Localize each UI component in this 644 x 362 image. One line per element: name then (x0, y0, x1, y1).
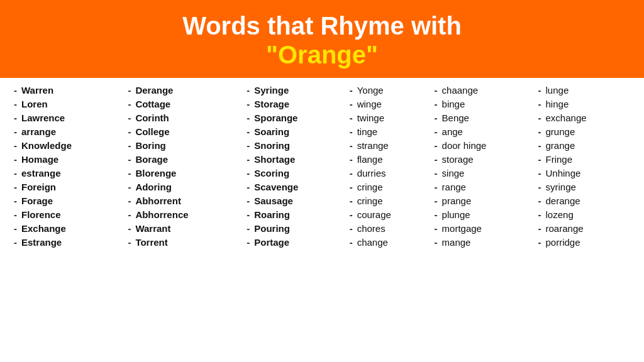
word-cell: Boring (133, 138, 244, 152)
word-cell: Loren (19, 97, 125, 111)
word-cell: binge (440, 97, 536, 111)
dash: - (347, 111, 355, 124)
word-cell: hinge (543, 97, 633, 111)
table-row: -Exchange-Warrant-Pouring-chores-mortgag… (11, 221, 633, 235)
dash: - (347, 138, 355, 152)
dash: - (536, 166, 543, 180)
dash: - (244, 124, 252, 138)
dash: - (244, 138, 252, 152)
dash: - (11, 138, 19, 152)
dash: - (125, 83, 133, 97)
dash: - (244, 180, 252, 194)
dash: - (125, 97, 133, 111)
dash: - (536, 194, 543, 207)
dash: - (432, 221, 440, 235)
dash: - (125, 221, 133, 235)
word-cell: tinge (355, 124, 432, 138)
word-cell: twinge (355, 111, 432, 124)
word-cell: Syringe (252, 83, 347, 97)
word-cell: Sporange (252, 111, 347, 124)
dash: - (244, 97, 252, 111)
dash: - (11, 152, 19, 166)
dash: - (11, 83, 19, 97)
word-cell: ange (440, 124, 536, 138)
dash: - (536, 111, 543, 124)
word-cell: syringe (543, 180, 633, 194)
dash: - (244, 111, 252, 124)
dash: - (432, 83, 440, 97)
word-cell: porridge (543, 235, 633, 249)
word-cell: Borage (133, 152, 244, 166)
dash: - (244, 235, 252, 249)
dash: - (11, 111, 19, 124)
word-cell: Storage (252, 97, 347, 111)
dash: - (11, 97, 19, 111)
dash: - (432, 124, 440, 138)
table-row: -Lawrence-Corinth-Sporange-twinge-Benge-… (11, 111, 633, 124)
table-row: -Knowledge-Boring-Snoring-strange-door h… (11, 138, 633, 152)
table-row: -arrange-College-Soaring-tinge-ange-grun… (11, 124, 633, 138)
word-cell: Scoring (252, 166, 347, 180)
dash: - (347, 207, 355, 221)
dash: - (536, 83, 543, 97)
word-cell: singe (440, 166, 536, 180)
word-cell: courage (355, 207, 432, 221)
dash: - (347, 194, 355, 207)
dash: - (125, 207, 133, 221)
header-section: Words that Rhyme with "Orange" (0, 0, 644, 78)
word-cell: roarange (543, 221, 633, 235)
dash: - (11, 194, 19, 207)
dash: - (244, 207, 252, 221)
word-cell: Sausage (252, 194, 347, 207)
word-cell: Shortage (252, 152, 347, 166)
dash: - (432, 152, 440, 166)
dash: - (347, 124, 355, 138)
word-cell: plunge (440, 207, 536, 221)
word-cell: Florence (19, 207, 125, 221)
word-cell: exchange (543, 111, 633, 124)
dash: - (536, 124, 543, 138)
dash: - (432, 194, 440, 207)
word-cell: cringe (355, 180, 432, 194)
word-cell: Abhorrence (133, 207, 244, 221)
word-cell: Corinth (133, 111, 244, 124)
word-cell: estrange (19, 166, 125, 180)
word-cell: Abhorrent (133, 194, 244, 207)
word-cell: Roaring (252, 207, 347, 221)
word-cell: cringe (355, 194, 432, 207)
word-cell: Forage (19, 194, 125, 207)
dash: - (125, 166, 133, 180)
word-cell: Lawrence (19, 111, 125, 124)
word-cell: Yonge (355, 83, 432, 97)
dash: - (536, 152, 543, 166)
word-cell: grunge (543, 124, 633, 138)
dash: - (347, 221, 355, 235)
word-cell: Fringe (543, 152, 633, 166)
word-cell: Warren (19, 83, 125, 97)
table-row: -Loren-Cottage-Storage-winge-binge-hinge (11, 97, 633, 111)
dash: - (347, 83, 355, 97)
dash: - (536, 97, 543, 111)
word-cell: lunge (543, 83, 633, 97)
word-cell: Scavenge (252, 180, 347, 194)
dash: - (125, 124, 133, 138)
dash: - (125, 152, 133, 166)
dash: - (432, 235, 440, 249)
dash: - (432, 166, 440, 180)
dash: - (11, 207, 19, 221)
word-cell: change (355, 235, 432, 249)
word-cell: derange (543, 194, 633, 207)
word-cell: Estrange (19, 235, 125, 249)
dash: - (536, 207, 543, 221)
word-cell: chaange (440, 83, 536, 97)
dash: - (125, 194, 133, 207)
word-cell: prange (440, 194, 536, 207)
dash: - (347, 166, 355, 180)
word-cell: Torrent (133, 235, 244, 249)
word-cell: Homage (19, 152, 125, 166)
table-row: -Forage-Abhorrent-Sausage-cringe-prange-… (11, 194, 633, 207)
word-cell: strange (355, 138, 432, 152)
dash: - (347, 152, 355, 166)
dash: - (347, 97, 355, 111)
dash: - (347, 180, 355, 194)
